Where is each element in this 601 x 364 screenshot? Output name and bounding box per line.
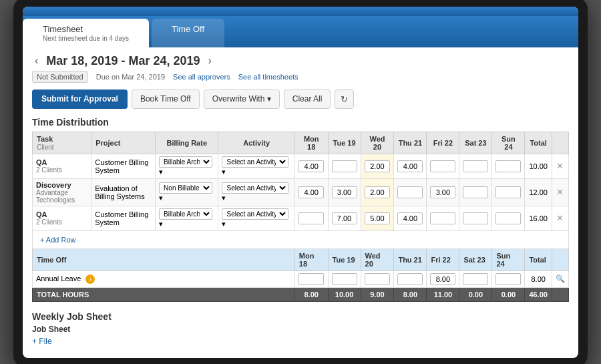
fri-cell[interactable]: [427, 178, 459, 206]
al-mon[interactable]: [294, 270, 328, 287]
mon-cell[interactable]: [294, 178, 328, 206]
mon-input[interactable]: [298, 212, 324, 224]
billing-select[interactable]: Billable Architect Non Billable: [159, 156, 212, 168]
wed-input[interactable]: [365, 186, 390, 198]
al-sun-input[interactable]: [495, 273, 521, 285]
see-approvers-link[interactable]: See all approvers: [173, 73, 230, 81]
thu-cell[interactable]: [394, 178, 427, 206]
wed-cell[interactable]: [361, 178, 394, 206]
wed-input[interactable]: [365, 160, 390, 172]
add-row-link[interactable]: + Add Row: [36, 233, 80, 246]
activity-cell[interactable]: Select an Activity ▾: [218, 206, 294, 230]
al-search[interactable]: 🔍: [552, 270, 568, 287]
fri-cell[interactable]: [427, 154, 459, 178]
al-thu-input[interactable]: [397, 273, 423, 285]
th-billing: Billing Rate: [156, 132, 218, 154]
mon-cell[interactable]: [294, 206, 328, 230]
see-timesheets-link[interactable]: See all timesheets: [238, 73, 298, 81]
al-fri-input[interactable]: [430, 273, 455, 285]
time-off-sun: Sun 24: [492, 248, 525, 270]
clear-all-button[interactable]: Clear All: [284, 89, 331, 109]
billing-cell[interactable]: Non Billable Billable Architect ▾: [156, 178, 218, 206]
sun-input[interactable]: [495, 186, 521, 198]
activity-select[interactable]: Select an Activity: [222, 156, 288, 168]
add-row-cell[interactable]: + Add Row: [33, 230, 569, 248]
tab-timesheet[interactable]: Timesheet Next timesheet due in 4 days: [23, 19, 149, 47]
fri-input[interactable]: [430, 186, 455, 198]
sun-input[interactable]: [495, 160, 521, 172]
tab-bar: Timesheet Next timesheet due in 4 days T…: [23, 16, 578, 47]
al-sun[interactable]: [492, 270, 525, 287]
al-thu[interactable]: [394, 270, 427, 287]
task-client-cell: QA 2 Clients: [33, 206, 91, 230]
mon-input[interactable]: [298, 186, 324, 198]
wed-input[interactable]: [365, 212, 390, 224]
activity-select[interactable]: Select an Activity: [222, 182, 288, 194]
tue-input[interactable]: [332, 160, 357, 172]
overwrite-with-button[interactable]: Overwrite With ▾: [204, 89, 280, 109]
sun-cell[interactable]: [492, 178, 525, 206]
activity-cell[interactable]: Select an Activity ▾: [218, 178, 294, 206]
tue-cell[interactable]: [328, 178, 361, 206]
add-file-link[interactable]: + File: [32, 337, 52, 346]
tue-cell[interactable]: [328, 154, 361, 178]
al-fri[interactable]: [427, 270, 459, 287]
activity-select[interactable]: Select an Activity: [222, 208, 288, 220]
fri-cell[interactable]: [427, 206, 459, 230]
wed-cell[interactable]: [361, 206, 394, 230]
sat-input[interactable]: [463, 160, 488, 172]
annual-leave-info-icon[interactable]: i: [85, 275, 95, 284]
thu-input[interactable]: [397, 186, 423, 198]
wed-cell[interactable]: [361, 154, 394, 178]
al-sat-input[interactable]: [463, 273, 488, 285]
al-wed[interactable]: [361, 270, 394, 287]
mon-input[interactable]: [298, 160, 324, 172]
fri-input[interactable]: [430, 160, 455, 172]
remove-row-button[interactable]: ✕: [556, 187, 564, 197]
prev-date-button[interactable]: ‹: [32, 55, 41, 67]
sat-cell[interactable]: [459, 178, 492, 206]
total-total: 46.00: [525, 287, 552, 301]
add-row-row: + Add Row: [33, 230, 569, 248]
billing-select[interactable]: Billable Architect Non Billable: [159, 208, 212, 220]
sat-input[interactable]: [463, 212, 488, 224]
billing-cell[interactable]: Billable Architect Non Billable ▾: [156, 154, 218, 178]
al-sat[interactable]: [459, 270, 492, 287]
table-header-row: Task Client Project Billing Rate Activit…: [33, 132, 569, 154]
billing-cell[interactable]: Billable Architect Non Billable ▾: [156, 206, 218, 230]
al-tue[interactable]: [328, 270, 361, 287]
screen: Timesheet Next timesheet due in 4 days T…: [23, 7, 578, 358]
sat-cell[interactable]: [459, 154, 492, 178]
tue-input[interactable]: [332, 186, 357, 198]
tue-input[interactable]: [332, 212, 357, 224]
al-wed-input[interactable]: [365, 273, 390, 285]
mon-cell[interactable]: [294, 154, 328, 178]
activity-cell[interactable]: Select an Activity ▾: [218, 154, 294, 178]
tue-cell[interactable]: [328, 206, 361, 230]
sat-input[interactable]: [463, 186, 488, 198]
thu-input[interactable]: [397, 212, 423, 224]
remove-cell[interactable]: ✕: [552, 154, 568, 178]
thu-input[interactable]: [397, 160, 423, 172]
sun-cell[interactable]: [492, 154, 525, 178]
remove-row-button[interactable]: ✕: [556, 213, 564, 223]
refresh-button[interactable]: ↻: [335, 89, 354, 109]
sat-cell[interactable]: [459, 206, 492, 230]
billing-select[interactable]: Non Billable Billable Architect: [159, 182, 212, 194]
next-date-button[interactable]: ›: [205, 55, 214, 67]
thu-cell[interactable]: [394, 154, 427, 178]
remove-cell[interactable]: ✕: [552, 178, 568, 206]
al-mon-input[interactable]: [298, 273, 324, 285]
remove-row-button[interactable]: ✕: [556, 161, 564, 171]
remove-cell[interactable]: ✕: [552, 206, 568, 230]
thu-cell[interactable]: [394, 206, 427, 230]
book-time-off-button[interactable]: Book Time Off: [132, 89, 200, 109]
al-tue-input[interactable]: [332, 273, 357, 285]
submit-approval-button[interactable]: Submit for Approval: [32, 89, 128, 109]
fri-input[interactable]: [430, 212, 455, 224]
sun-input[interactable]: [495, 212, 521, 224]
search-icon[interactable]: 🔍: [556, 275, 565, 283]
tab-time-off[interactable]: Time Off: [152, 19, 224, 47]
sun-cell[interactable]: [492, 206, 525, 230]
task-client-cell: Discovery Advantage Technologies: [33, 178, 91, 206]
